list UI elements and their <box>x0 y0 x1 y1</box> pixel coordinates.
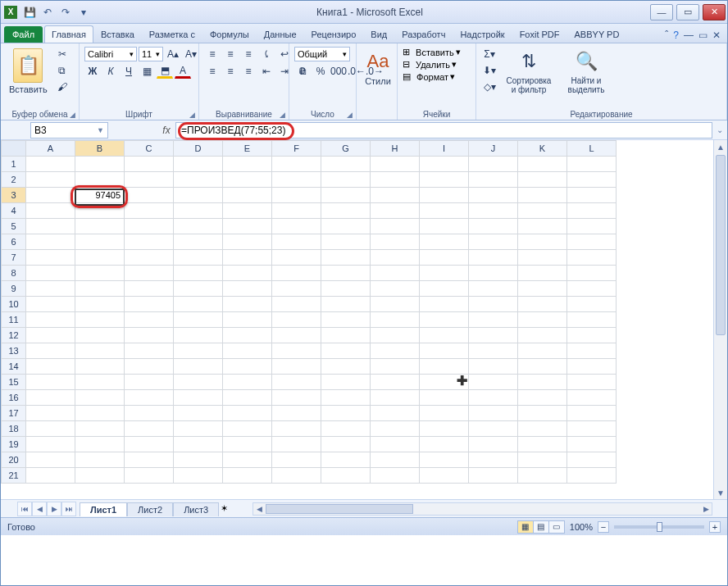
cell-K11[interactable] <box>518 312 567 328</box>
redo-icon[interactable]: ↷ <box>58 5 73 20</box>
cell-G3[interactable] <box>321 188 371 203</box>
bold-button[interactable]: Ж <box>84 64 101 79</box>
row-header-17[interactable]: 17 <box>2 406 26 421</box>
delete-cells-button[interactable]: ⊟ Удалить▾ <box>403 59 457 70</box>
zoom-slider[interactable] <box>614 525 704 529</box>
sort-filter-button[interactable]: ⇅ Сортировка и фильтр <box>501 47 557 96</box>
cell-A8[interactable] <box>26 266 75 281</box>
cell-L11[interactable] <box>567 312 617 328</box>
cell-J19[interactable] <box>469 437 518 452</box>
cell-L3[interactable] <box>567 188 617 203</box>
shrink-font-icon[interactable]: A▾ <box>183 47 199 61</box>
cell-B10[interactable] <box>75 297 125 312</box>
cell-F9[interactable] <box>272 281 321 297</box>
cell-G12[interactable] <box>321 328 371 343</box>
dialog-launcher-icon[interactable]: ◢ <box>189 111 195 119</box>
cell-C15[interactable] <box>125 375 174 390</box>
cell-H6[interactable] <box>371 234 420 250</box>
fill-icon[interactable]: ⬇▾ <box>481 63 498 78</box>
number-format-selector[interactable]: Общий▾ <box>294 47 350 61</box>
cell-E15[interactable] <box>223 375 272 390</box>
cell-D2[interactable] <box>174 172 223 188</box>
font-size-selector[interactable]: 11▾ <box>139 47 163 61</box>
currency-icon[interactable]: ₽ <box>294 64 311 79</box>
cell-E20[interactable] <box>223 452 272 468</box>
scroll-right-icon[interactable]: ▶ <box>700 503 712 515</box>
cell-E18[interactable] <box>223 421 272 437</box>
row-header-16[interactable]: 16 <box>2 390 26 406</box>
cell-K12[interactable] <box>518 328 567 343</box>
cell-D18[interactable] <box>174 421 223 437</box>
cell-L21[interactable] <box>567 468 617 484</box>
cell-H14[interactable] <box>371 359 420 375</box>
cell-H4[interactable] <box>371 203 420 219</box>
row-header-2[interactable]: 2 <box>2 172 26 188</box>
cell-I12[interactable] <box>420 328 469 343</box>
cell-K7[interactable] <box>518 250 567 266</box>
cell-C19[interactable] <box>125 437 174 452</box>
sheet-next-icon[interactable]: ▶ <box>47 502 61 516</box>
dialog-launcher-icon[interactable]: ◢ <box>347 111 353 119</box>
cell-L9[interactable] <box>567 281 617 297</box>
dialog-launcher-icon[interactable]: ◢ <box>280 111 285 119</box>
cell-D4[interactable] <box>174 203 223 219</box>
cell-C2[interactable] <box>125 172 174 188</box>
row-header-3[interactable]: 3 <box>2 188 26 203</box>
cell-C14[interactable] <box>125 359 174 375</box>
cell-H2[interactable] <box>371 172 420 188</box>
cell-F16[interactable] <box>272 390 321 406</box>
row-header-10[interactable]: 10 <box>2 297 26 312</box>
cell-H19[interactable] <box>371 437 420 452</box>
cell-D10[interactable] <box>174 297 223 312</box>
cell-F4[interactable] <box>272 203 321 219</box>
cell-K18[interactable] <box>518 421 567 437</box>
cell-C20[interactable] <box>125 452 174 468</box>
cell-B17[interactable] <box>75 406 125 421</box>
sheet-tab-1[interactable]: Лист2 <box>127 502 173 516</box>
cell-F11[interactable] <box>272 312 321 328</box>
row-header-1[interactable]: 1 <box>2 157 26 172</box>
cell-L15[interactable] <box>567 375 617 390</box>
cell-G10[interactable] <box>321 297 371 312</box>
cell-L4[interactable] <box>567 203 617 219</box>
row-header-19[interactable]: 19 <box>2 437 26 452</box>
cell-J12[interactable] <box>469 328 518 343</box>
row-header-7[interactable]: 7 <box>2 250 26 266</box>
cell-L12[interactable] <box>567 328 617 343</box>
cell-G15[interactable] <box>321 375 371 390</box>
cell-E12[interactable] <box>223 328 272 343</box>
cell-L20[interactable] <box>567 452 617 468</box>
cell-A18[interactable] <box>26 421 75 437</box>
cell-J8[interactable] <box>469 266 518 281</box>
cell-F20[interactable] <box>272 452 321 468</box>
cell-B8[interactable] <box>75 266 125 281</box>
cell-G11[interactable] <box>321 312 371 328</box>
expand-formula-icon[interactable]: ⌄ <box>717 125 723 134</box>
grow-font-icon[interactable]: A▴ <box>165 47 181 61</box>
cell-I14[interactable] <box>420 359 469 375</box>
cell-A11[interactable] <box>26 312 75 328</box>
find-select-button[interactable]: 🔍 Найти и выделить <box>560 47 612 96</box>
cell-F1[interactable] <box>272 157 321 172</box>
cell-E17[interactable] <box>223 406 272 421</box>
file-tab[interactable]: Файл <box>4 26 43 43</box>
cell-C5[interactable] <box>125 219 174 234</box>
cell-E6[interactable] <box>223 234 272 250</box>
sheet-last-icon[interactable]: ⏭ <box>61 502 76 516</box>
cell-G5[interactable] <box>321 219 371 234</box>
cell-F10[interactable] <box>272 297 321 312</box>
cell-K10[interactable] <box>518 297 567 312</box>
cell-J4[interactable] <box>469 203 518 219</box>
cell-A7[interactable] <box>26 250 75 266</box>
clear-icon[interactable]: ◇▾ <box>481 79 498 94</box>
cell-B7[interactable] <box>75 250 125 266</box>
align-center-icon[interactable]: ≡ <box>222 64 239 79</box>
cell-G14[interactable] <box>321 359 371 375</box>
cell-H5[interactable] <box>371 219 420 234</box>
cell-K13[interactable] <box>518 343 567 359</box>
cell-D6[interactable] <box>174 234 223 250</box>
fill-color-icon[interactable]: ⬒ <box>157 64 173 79</box>
cell-D3[interactable] <box>174 188 223 203</box>
cell-H10[interactable] <box>371 297 420 312</box>
ribbon-tab-5[interactable]: Рецензиро <box>304 25 364 43</box>
